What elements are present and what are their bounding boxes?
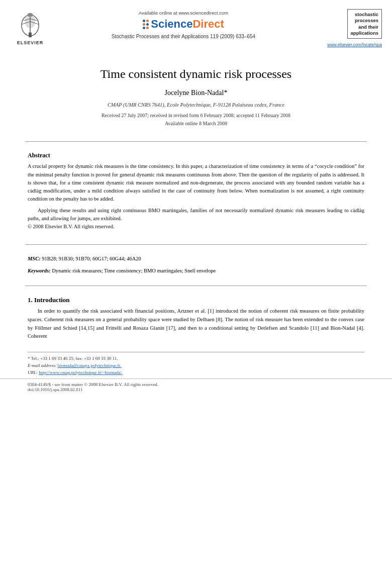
intro-p1: In order to quantify the risk associated…: [28, 307, 364, 341]
footnote-email-label: E-mail address:: [28, 363, 56, 368]
abstract-section: Abstract A crucial property for dynamic …: [0, 148, 392, 238]
intro-section: 1. Introduction In order to quantify the…: [0, 292, 392, 347]
sciencedirect-brand: ScienceDirect: [151, 18, 224, 31]
abstract-body: A crucial property for dynamic risk meas…: [28, 162, 364, 231]
header: ELSEVIER Available online at www.science…: [0, 0, 392, 52]
sd-dot-1: [143, 20, 145, 22]
keywords-value: Dynamic risk measures; Time consistency;…: [52, 268, 216, 273]
footnotes: * Tel.: +33 1 69 33 46 25; fax: +33 1 69…: [0, 355, 392, 378]
svg-point-8: [27, 13, 33, 17]
msc-label: MSC:: [28, 256, 41, 261]
affiliation: CMAP (UMR CNRS 7641), Ecole Polytechniqu…: [30, 102, 362, 108]
received-dates: Received 27 July 2007; received in revis…: [30, 112, 362, 128]
sd-dot-6: [146, 27, 149, 29]
sd-dot-4: [146, 23, 149, 26]
journal-citation: Stochastic Processes and their Applicati…: [112, 34, 255, 39]
footer-bottom: 0304-4149/$ - see front matter © 2008 El…: [0, 378, 392, 395]
header-center: Available online at www.sciencedirect.co…: [55, 9, 312, 39]
journal-box-title: stochasticprocessesand theirapplications: [351, 12, 378, 36]
page: ELSEVIER Available online at www.science…: [0, 0, 392, 395]
footnote-email: E-mail address: biomada@cmapx.polytechni…: [28, 362, 364, 369]
footer-issn: 0304-4149/$ - see front matter © 2008 El…: [28, 382, 364, 387]
section-heading: 1. Introduction: [28, 296, 364, 304]
keywords-section: Keywords: Dynamic risk measures; Time co…: [0, 267, 392, 279]
elsevier-url[interactable]: www.elsevier.com/locate/spa: [327, 42, 382, 47]
abstract-divider-bottom: [25, 244, 367, 245]
header-right: stochasticprocessesand theirapplications…: [317, 9, 382, 47]
author-name: Jocelyne Bion-Nadal*: [30, 89, 362, 97]
abstract-p2: Applying these results and using right c…: [28, 207, 364, 231]
elsevier-brand-label: ELSEVIER: [17, 40, 44, 45]
footnote-url-label: URL:: [28, 370, 38, 375]
footer-divider: [28, 352, 364, 352]
paper-title: Time consistent dynamic risk processes: [30, 67, 362, 81]
sd-dot-2: [146, 20, 149, 22]
abstract-heading: Abstract: [28, 152, 364, 159]
intro-body: In order to quantify the risk associated…: [28, 307, 364, 341]
elsevier-tree-icon: [15, 11, 45, 39]
journal-box: stochasticprocessesand theirapplications: [347, 9, 382, 39]
footnote-url: URL: http://www.cmap.polytechnique.fr/~b…: [28, 369, 364, 376]
svg-rect-0: [29, 33, 32, 37]
title-section: Time consistent dynamic risk processes J…: [0, 52, 392, 135]
sd-dots-icon: [143, 20, 149, 29]
sd-dot-5: [143, 27, 145, 29]
abstract-p1: A crucial property for dynamic risk meas…: [28, 162, 364, 203]
sciencedirect-logo: ScienceDirect: [143, 18, 224, 31]
footnote-tel: * Tel.: +33 1 69 33 46 25; fax: +33 1 69…: [28, 355, 364, 362]
footnote-url-link[interactable]: http://www.cmap.polytechnique.fr/~biomad…: [39, 370, 123, 375]
intro-divider-top: [25, 286, 367, 286]
msc-section: MSC: 91B28; 91B30; 91B70; 60G17; 60G44; …: [0, 251, 392, 267]
sd-dot-3: [143, 23, 145, 26]
footer-doi: doi:10.1016/j.spa.2008.02.011: [28, 387, 364, 392]
footnote-email-link[interactable]: biomada@cmapx.polytechnique.fr.: [58, 363, 122, 368]
abstract-divider-top: [25, 141, 367, 142]
keywords-label: Keywords:: [28, 268, 51, 273]
available-online-text: Available online at www.sciencedirect.co…: [139, 10, 228, 16]
msc-value: 91B28; 91B30; 91B70; 60G17; 60G44; 46A20: [42, 256, 141, 261]
elsevier-logo: ELSEVIER: [10, 11, 50, 45]
